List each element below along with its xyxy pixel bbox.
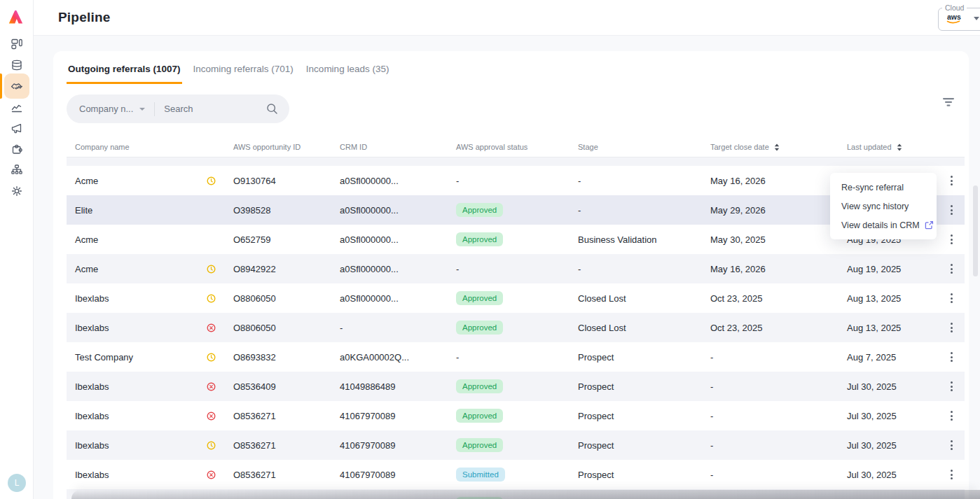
sync-pending-icon xyxy=(207,265,216,274)
row-actions-kebab-icon[interactable] xyxy=(948,349,955,365)
cell-last-updated: Jul 30, 2025 xyxy=(847,381,938,392)
main-content: Outgoing referrals (1007) Incoming refer… xyxy=(34,36,980,499)
cell-stage: Closed Lost xyxy=(578,323,710,333)
search-icon[interactable] xyxy=(266,103,278,115)
cell-crm-id: 41049886489 xyxy=(340,381,456,392)
cell-sync-status xyxy=(207,353,233,362)
table-row[interactable]: Ibexlabs O8536271 41067970089 Approved P… xyxy=(67,401,965,430)
cell-last-updated: Aug 7, 2025 xyxy=(847,352,938,363)
cell-company-name: Acme xyxy=(67,234,207,245)
cell-company-name: Ibexlabs xyxy=(67,440,207,451)
cell-sync-status xyxy=(207,176,233,185)
sidebar-item-organization[interactable] xyxy=(0,160,34,181)
chart-icon xyxy=(11,101,23,113)
cell-crm-id: 41067970089 xyxy=(340,411,456,421)
bottom-overlay-shade xyxy=(71,490,980,499)
col-target-close-date[interactable]: Target close date xyxy=(710,143,847,151)
sidebar-item-integrations[interactable] xyxy=(0,139,34,160)
filter-icon[interactable] xyxy=(942,97,955,107)
database-icon xyxy=(11,59,23,71)
cell-target-close-date: - xyxy=(710,352,847,363)
cell-target-close-date: May 30, 2025 xyxy=(710,234,847,245)
cell-approval-status: - xyxy=(456,352,578,363)
sidebar-item-marketing[interactable] xyxy=(0,118,34,139)
cell-approval-status: Approved xyxy=(456,232,578,246)
sort-icon[interactable] xyxy=(897,143,902,151)
table-row[interactable]: Ibexlabs O8806050 - Approved Closed Lost… xyxy=(67,313,965,342)
sidebar-item-analytics[interactable] xyxy=(0,97,34,118)
cell-stage: - xyxy=(578,205,710,216)
sort-icon[interactable] xyxy=(774,143,780,151)
cell-company-name: Ibexlabs xyxy=(67,293,207,304)
filter-pill: Company n... Search xyxy=(67,94,289,123)
search-field-selector[interactable]: Company n... xyxy=(67,104,145,114)
table-header: Company name AWS opportunity ID CRM ID A… xyxy=(67,137,965,157)
cell-stage: - xyxy=(578,264,710,274)
sidebar-item-products[interactable] xyxy=(0,55,34,76)
dashboard-icon xyxy=(11,38,23,50)
row-actions-kebab-icon[interactable] xyxy=(948,202,955,218)
cell-sync-status xyxy=(207,382,233,391)
cell-opportunity-id: O652759 xyxy=(233,234,340,245)
user-avatar[interactable]: L xyxy=(8,474,26,492)
sync-failed-icon xyxy=(207,470,216,479)
col-last-updated[interactable]: Last updated xyxy=(847,143,938,151)
aws-logo-icon: aws xyxy=(945,12,966,25)
svg-text:aws: aws xyxy=(947,13,961,21)
tab[interactable]: Incoming referrals (701) xyxy=(192,57,295,84)
sync-failed-icon xyxy=(207,323,216,332)
sync-pending-icon xyxy=(207,441,216,450)
context-menu-item[interactable]: View sync history xyxy=(830,197,937,216)
page-title: Pipeline xyxy=(58,0,110,35)
handshake-icon xyxy=(11,80,23,92)
table-row[interactable]: Ibexlabs O8806050 a0Sfl000000... Approve… xyxy=(67,283,965,313)
col-stage: Stage xyxy=(578,143,710,151)
cell-crm-id: a0Sfl000000... xyxy=(340,293,456,304)
row-actions-kebab-icon[interactable] xyxy=(948,173,955,188)
row-actions-kebab-icon[interactable] xyxy=(948,320,955,335)
table-row[interactable]: Ibexlabs O8536409 41049886489 Approved P… xyxy=(67,372,965,401)
sidebar-item-pipeline[interactable] xyxy=(0,76,34,97)
app-logo-icon[interactable] xyxy=(8,8,26,26)
cloud-select[interactable]: Cloud aws xyxy=(938,3,980,31)
cell-target-close-date: Oct 23, 2025 xyxy=(710,323,847,333)
cell-approval-status: - xyxy=(456,176,578,186)
cell-crm-id: a0Sfl000000... xyxy=(340,264,456,274)
cell-sync-status xyxy=(207,265,233,274)
context-menu-item[interactable]: Re-sync referral xyxy=(830,178,937,197)
cell-target-close-date: - xyxy=(710,470,847,480)
cell-target-close-date: - xyxy=(710,411,847,421)
cell-company-name: Elite xyxy=(67,205,207,216)
search-input[interactable]: Search xyxy=(164,104,266,114)
megaphone-icon xyxy=(11,122,23,134)
sidebar-nav xyxy=(0,34,34,202)
cell-company-name: Acme xyxy=(67,176,207,186)
cell-stage: - xyxy=(578,176,710,186)
partial-row xyxy=(67,157,965,166)
table-row[interactable]: Test Company O8693832 a0KGA00002Q... - P… xyxy=(67,342,965,372)
cell-stage: Prospect xyxy=(578,440,710,451)
cell-opportunity-id: O8693832 xyxy=(233,352,340,363)
row-actions-kebab-icon[interactable] xyxy=(948,408,955,423)
row-actions-kebab-icon[interactable] xyxy=(948,261,955,276)
row-actions-kebab-icon[interactable] xyxy=(948,290,955,306)
row-actions-kebab-icon[interactable] xyxy=(948,232,955,247)
context-menu-item[interactable]: View details in CRM xyxy=(830,216,937,234)
tab[interactable]: Incoming leads (35) xyxy=(305,57,391,84)
row-actions-kebab-icon[interactable] xyxy=(948,437,955,453)
puzzle-icon xyxy=(11,143,23,155)
cell-crm-id: a0KGA00002Q... xyxy=(340,352,456,363)
sidebar-item-dashboard[interactable] xyxy=(0,34,34,55)
tab[interactable]: Outgoing referrals (1007) xyxy=(67,57,182,84)
sidebar-item-settings[interactable] xyxy=(0,181,34,202)
table-row[interactable]: Ibexlabs O8536271 41067970089 Approved P… xyxy=(67,430,965,460)
cell-stage: Closed Lost xyxy=(578,293,710,304)
table-row[interactable]: Acme O8942922 a0Sfl000000... - - May 16,… xyxy=(67,254,965,283)
cell-stage: Prospect xyxy=(578,352,710,363)
vertical-scrollbar[interactable] xyxy=(973,185,978,276)
row-actions-kebab-icon[interactable] xyxy=(948,467,955,482)
table-row[interactable]: Ibexlabs O8536271 41067970089 Submitted … xyxy=(67,460,965,489)
cell-company-name: Test Company xyxy=(67,352,207,363)
row-actions-kebab-icon[interactable] xyxy=(948,379,955,394)
cell-company-name: Ibexlabs xyxy=(67,470,207,480)
